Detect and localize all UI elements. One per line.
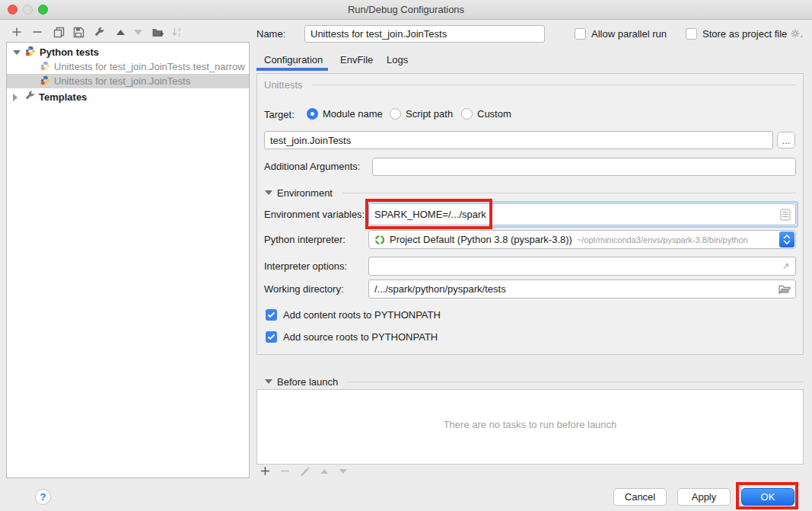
radio-custom[interactable]: Custom xyxy=(461,108,511,120)
additional-arguments-input[interactable] xyxy=(372,158,796,176)
wrench-icon xyxy=(94,27,105,38)
environment-group-title: Environment xyxy=(277,187,333,199)
add-content-roots-label: Add content roots to PYTHONPATH xyxy=(283,309,441,321)
save-configuration-button[interactable] xyxy=(72,25,85,39)
checkbox-unchecked-icon[interactable] xyxy=(686,28,697,40)
move-task-up-button[interactable] xyxy=(320,467,329,476)
store-as-project-file-label: Store as project file xyxy=(702,28,787,40)
plus-icon xyxy=(11,27,22,37)
expand-field-button[interactable] xyxy=(781,261,791,271)
group-divider xyxy=(342,193,796,193)
annotation-red-box-ok-button xyxy=(736,482,798,509)
active-tab-indicator xyxy=(256,68,328,71)
move-down-button[interactable] xyxy=(131,25,145,39)
python-interpreter-value: Project Default (Python 3.8 (pyspark-3.8… xyxy=(390,234,572,245)
move-task-down-button[interactable] xyxy=(339,467,348,476)
copy-configuration-button[interactable] xyxy=(52,25,65,39)
add-source-roots-checkbox[interactable]: Add source roots to PYTHONPATH xyxy=(266,331,438,343)
chevron-down-icon[interactable] xyxy=(13,50,21,55)
tab-configuration[interactable]: Configuration xyxy=(264,54,323,65)
question-mark-icon: ? xyxy=(40,491,46,503)
conda-env-icon xyxy=(374,235,385,245)
expand-icon xyxy=(781,261,791,271)
title-bar: Run/Debug Configurations xyxy=(0,0,812,20)
python-test-icon xyxy=(40,75,50,88)
python-tests-icon xyxy=(25,46,36,59)
edit-variables-button[interactable] xyxy=(780,209,791,221)
group-divider xyxy=(312,85,796,85)
radio-module-name[interactable]: Module name xyxy=(307,108,383,120)
minus-icon xyxy=(32,27,43,37)
allow-parallel-run-label: Allow parallel run xyxy=(591,28,667,40)
no-tasks-message: There are no tasks to run before launch xyxy=(257,419,803,430)
tree-item-unittests-jointests-selected[interactable]: Unittests for test_join.JoinTests xyxy=(7,74,249,88)
annotation-red-box-environment-variables xyxy=(365,199,492,229)
help-button[interactable]: ? xyxy=(35,489,51,505)
tree-item-label: Unittests for test_join.JoinTests xyxy=(54,75,190,87)
collapse-environment-icon[interactable] xyxy=(265,190,272,195)
variables-list-icon xyxy=(780,209,791,221)
sort-az-icon: az xyxy=(171,27,183,38)
cancel-button[interactable]: Cancel xyxy=(613,488,667,506)
sort-configurations-button[interactable]: az xyxy=(170,25,184,39)
name-value: Unittests for test_join.JoinTests xyxy=(310,28,447,40)
checkbox-unchecked-icon[interactable] xyxy=(575,28,586,40)
tree-item-label: Python tests xyxy=(40,46,99,58)
radio-selected-icon[interactable] xyxy=(307,108,318,120)
store-settings-gear-button[interactable] xyxy=(790,28,804,43)
target-module-input[interactable]: test_join.JoinTests xyxy=(264,131,773,149)
name-label: Name: xyxy=(256,28,285,40)
radio-unselected-icon[interactable] xyxy=(461,108,473,120)
folder-icon xyxy=(779,284,791,294)
dropdown-stepper-icon[interactable] xyxy=(779,232,794,248)
radio-script-path[interactable]: Script path xyxy=(390,108,453,120)
arrow-down-icon xyxy=(133,27,143,37)
tab-envfile[interactable]: EnvFile xyxy=(340,54,373,65)
python-interpreter-select[interactable]: Project Default (Python 3.8 (pyspark-3.8… xyxy=(368,230,796,249)
browse-target-button[interactable]: ... xyxy=(777,132,795,149)
configurations-tree: Python tests Unittests for test_join.Joi… xyxy=(6,42,250,478)
new-folder-button[interactable] xyxy=(151,25,164,39)
tab-logs[interactable]: Logs xyxy=(387,54,408,65)
chevron-right-icon[interactable] xyxy=(13,94,18,101)
apply-label: Apply xyxy=(692,491,717,503)
apply-button[interactable]: Apply xyxy=(677,488,731,506)
environment-variables-label: Environment variables: xyxy=(264,209,365,220)
add-task-button[interactable] xyxy=(260,466,270,476)
store-as-project-file-checkbox[interactable]: Store as project file xyxy=(686,28,787,40)
copy-icon xyxy=(53,27,65,38)
unittests-group-title: Unittests xyxy=(264,79,303,91)
working-directory-input[interactable]: /.../spark/python/pyspark/tests xyxy=(368,279,796,299)
radio-unselected-icon[interactable] xyxy=(390,108,401,120)
browse-folder-button[interactable] xyxy=(779,284,791,294)
move-up-button[interactable] xyxy=(113,25,127,39)
remove-task-button[interactable] xyxy=(280,466,290,476)
name-input[interactable]: Unittests for test_join.JoinTests xyxy=(304,25,545,43)
folder-plus-icon xyxy=(151,27,164,38)
python-interpreter-path: ~/opt/miniconda3/envs/pyspark-3.8/bin/py… xyxy=(577,235,748,244)
working-directory-label: Working directory: xyxy=(264,283,344,295)
radio-script-path-label: Script path xyxy=(406,108,453,120)
edit-task-button[interactable] xyxy=(300,466,310,476)
edit-templates-button[interactable] xyxy=(92,25,106,39)
remove-configuration-button[interactable] xyxy=(30,25,44,39)
checkbox-checked-icon[interactable] xyxy=(266,309,277,321)
allow-parallel-run-checkbox[interactable]: Allow parallel run xyxy=(575,28,667,40)
collapse-before-launch-icon[interactable] xyxy=(265,379,272,384)
tree-item-unittests-narrow[interactable]: Unittests for test_join.JoinTests.test_n… xyxy=(7,59,249,74)
interpreter-options-label: Interpreter options: xyxy=(264,260,347,272)
gear-icon xyxy=(790,28,804,40)
interpreter-options-input[interactable] xyxy=(368,257,796,276)
radio-module-name-label: Module name xyxy=(323,108,383,120)
python-interpreter-label: Python interpreter: xyxy=(264,234,345,245)
checkbox-checked-icon[interactable] xyxy=(266,331,277,343)
tree-item-python-tests[interactable]: Python tests xyxy=(7,45,249,59)
add-configuration-button[interactable] xyxy=(10,25,24,39)
cancel-label: Cancel xyxy=(625,491,655,503)
svg-text:a: a xyxy=(178,27,181,32)
window-title: Run/Debug Configurations xyxy=(0,4,812,15)
tree-item-templates[interactable]: Templates xyxy=(7,90,249,104)
add-content-roots-checkbox[interactable]: Add content roots to PYTHONPATH xyxy=(266,309,441,321)
save-icon xyxy=(73,27,84,38)
tree-item-label: Unittests for test_join.JoinTests.test_n… xyxy=(54,61,245,72)
